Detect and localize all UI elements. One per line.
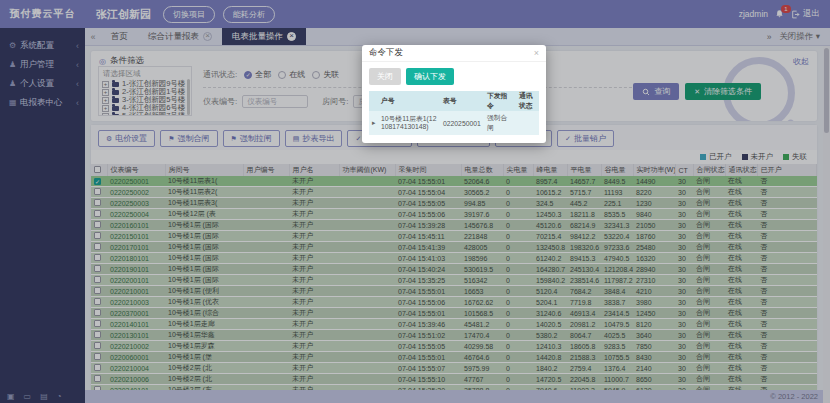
account-cell: 10号楼11层表1(12108174130148) (378, 111, 440, 135)
command-cell: 强制合闸 (484, 111, 516, 135)
dialog-close-button[interactable]: 关闭 (369, 68, 401, 85)
modal-column-表号: 表号 (440, 91, 484, 111)
status-cell (516, 111, 539, 135)
confirm-send-button[interactable]: 确认下发 (406, 68, 454, 85)
modal-column-通讯状态: 通讯状态 (516, 91, 539, 111)
dialog-body: 关闭 确认下发 户号表号下发指令通讯状态 ▸10号楼11层表1(12108174… (362, 62, 546, 143)
screen: 预付费云平台 ⚙系统配置‹♟用户管理‹♟个人设置‹▦电报表中心‹ ▣ ▭ ▤ ◔… (0, 0, 830, 403)
modal-column-户号: 户号 (378, 91, 440, 111)
dialog-actions: 关闭 确认下发 (369, 68, 539, 85)
dialog-header: 命令下发 × (362, 45, 546, 62)
modal-table-row[interactable]: ▸10号楼11层表1(12108174130148)0220250001强制合闸 (369, 111, 539, 135)
command-dialog: 命令下发 × 关闭 确认下发 户号表号下发指令通讯状态 ▸10号楼11层表1(1… (362, 45, 546, 143)
modal-column-下发指令: 下发指令 (484, 91, 516, 111)
dialog-close-icon[interactable]: × (534, 48, 539, 58)
row-expand-icon[interactable]: ▸ (369, 111, 378, 135)
command-table: 户号表号下发指令通讯状态 ▸10号楼11层表1(12108174130148)0… (369, 91, 539, 135)
dialog-title: 命令下发 (369, 47, 403, 59)
marker-column (369, 91, 378, 111)
meter-cell: 0220250001 (440, 111, 484, 135)
